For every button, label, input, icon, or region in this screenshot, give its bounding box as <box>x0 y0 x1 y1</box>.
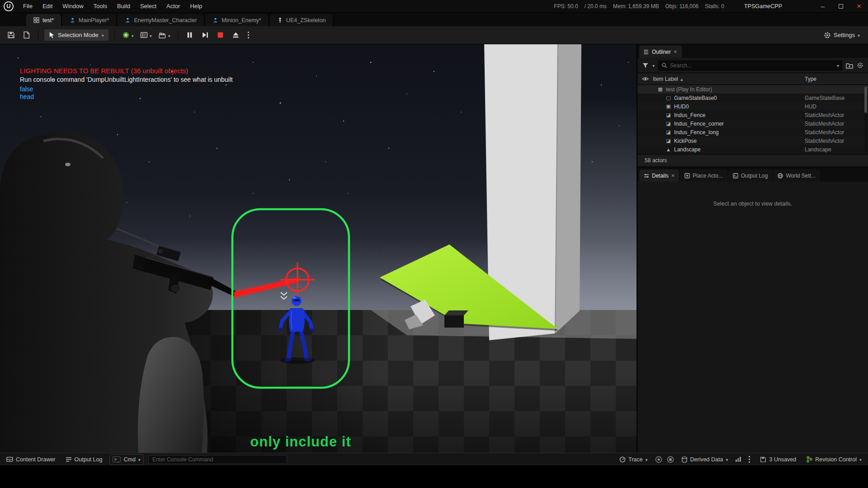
gamestate-icon <box>665 95 671 101</box>
tab-label: test* <box>42 17 54 23</box>
outliner-settings-gear-icon[interactable] <box>857 62 863 69</box>
outliner-scrollbar[interactable] <box>864 87 867 152</box>
outliner-row[interactable]: Indus_Fence StaticMeshActor <box>637 111 868 119</box>
close-icon[interactable] <box>671 172 675 179</box>
eye-icon[interactable] <box>642 76 649 81</box>
stop-button[interactable] <box>214 29 227 42</box>
screenshot-icon[interactable] <box>667 456 674 463</box>
ms-stat: / 20.0 ms <box>585 3 607 9</box>
outliner-row[interactable]: KickPose StaticMeshActor <box>637 136 868 145</box>
save-button[interactable] <box>5 29 17 42</box>
viewport-settings-button[interactable]: Settings <box>820 32 863 39</box>
performance-chart-icon[interactable] <box>735 456 741 462</box>
add-actor-button[interactable] <box>120 29 136 42</box>
outliner-tree[interactable]: test (Play In Editor) GameStateBase0 Gam… <box>637 85 868 154</box>
outliner-toolbar <box>637 58 868 73</box>
trace-dropdown[interactable]: Trace <box>617 454 651 465</box>
content-drawer-icon <box>6 456 13 462</box>
chevron-down-icon[interactable] <box>837 62 839 69</box>
menu-tools[interactable]: Tools <box>89 0 112 13</box>
revision-control-branch-icon <box>806 456 812 463</box>
tab-place-actors[interactable]: Place Acto... <box>680 169 727 182</box>
selection-mode-dropdown[interactable]: Selection Mode <box>44 29 109 41</box>
details-tab-label: Details <box>652 173 669 179</box>
hud-icon <box>665 103 671 109</box>
chevron-down-icon <box>150 31 152 39</box>
outliner-row[interactable]: Indus_Fence_long StaticMeshActor <box>637 128 868 136</box>
cinematics-button[interactable] <box>156 29 172 42</box>
menu-bar: U File Edit Window Tools Build Select Ac… <box>0 0 868 13</box>
unreal-logo-icon[interactable]: U <box>4 1 14 11</box>
outliner-row[interactable]: HUD0 HUD <box>637 102 868 111</box>
browse-content-button[interactable] <box>20 29 33 42</box>
outliner-row-world[interactable]: test (Play In Editor) <box>637 85 868 94</box>
trace-icon <box>619 456 626 463</box>
tab-test-level[interactable]: test* <box>26 14 61 26</box>
outliner-row[interactable]: Landscape Landscape <box>637 145 868 154</box>
project-name: TPSGameCPP <box>744 3 782 9</box>
unreal-editor-window: U File Edit Window Tools Build Select Ac… <box>0 0 868 488</box>
landscape-icon <box>665 147 671 152</box>
blueprint-character-icon <box>212 17 218 23</box>
eject-button[interactable] <box>230 29 242 42</box>
pause-button[interactable] <box>184 29 196 42</box>
menu-build[interactable]: Build <box>112 0 135 13</box>
tab-output-log[interactable]: Output Log <box>728 169 772 182</box>
fps-stat: FPS: 50.0 <box>554 3 578 9</box>
output-log-button[interactable]: Output Log <box>63 454 105 465</box>
frame-skip-button[interactable] <box>199 29 212 42</box>
level-viewport[interactable]: LIGHTING NEEDS TO BE REBUILT (36 unbuilt… <box>0 44 637 453</box>
tab-mainplayer[interactable]: MainPlayer* <box>62 14 117 26</box>
minimize-button[interactable]: – <box>814 0 832 13</box>
tab-enemymaster[interactable]: EnemyMaster_Character <box>118 14 204 26</box>
tab-world-settings[interactable]: World Sett... <box>773 169 820 182</box>
maximize-icon <box>839 4 843 9</box>
tab-minion-enemy[interactable]: Minion_Enemy* <box>205 14 269 26</box>
cmd-dropdown[interactable]: >_ Cmd <box>109 454 143 465</box>
column-type[interactable]: Type <box>805 76 868 82</box>
filter-icon[interactable] <box>642 62 649 69</box>
staticmesh-icon <box>665 121 671 127</box>
close-icon[interactable] <box>674 48 677 55</box>
menu-edit[interactable]: Edit <box>38 0 57 13</box>
blueprints-button[interactable] <box>138 29 154 42</box>
statusbar-kebab-icon[interactable] <box>746 456 753 463</box>
details-panel-body: Select an object to view details. <box>637 182 868 453</box>
details-empty-message: Select an object to view details. <box>637 201 868 207</box>
play-options-kebab-icon[interactable] <box>245 32 252 38</box>
menu-select[interactable]: Select <box>135 0 161 13</box>
maximize-button[interactable] <box>832 0 850 13</box>
tab-details[interactable]: Details <box>639 169 679 182</box>
tab-ue4-zskeleton[interactable]: UE4_ZSkeleton <box>270 14 334 26</box>
search-input[interactable] <box>670 62 834 69</box>
outliner-search-box[interactable] <box>658 61 842 70</box>
new-folder-icon[interactable] <box>846 62 853 69</box>
chevron-down-icon <box>102 32 104 38</box>
viewport-3d-scene <box>0 44 637 453</box>
chevron-down-icon[interactable] <box>652 62 655 69</box>
revision-control-button[interactable]: Revision Control <box>803 454 864 465</box>
close-button[interactable]: × <box>850 0 868 13</box>
insights-session-icon[interactable] <box>655 456 662 463</box>
content-drawer-button[interactable]: Content Drawer <box>4 454 58 465</box>
console-command-input[interactable] <box>148 455 287 464</box>
menu-file[interactable]: File <box>18 0 38 13</box>
derived-data-dropdown[interactable]: Derived Data <box>679 454 731 465</box>
tab-label: MainPlayer* <box>79 17 109 23</box>
menu-actor[interactable]: Actor <box>161 0 185 13</box>
menu-window[interactable]: Window <box>57 0 88 13</box>
cursor-icon <box>49 32 55 38</box>
column-item-label[interactable]: Item Label ▲ <box>653 76 805 82</box>
tab-outliner[interactable]: Outliner <box>639 46 682 58</box>
menu-help[interactable]: Help <box>185 0 207 13</box>
objs-stat: Objs: 116,006 <box>665 3 698 9</box>
chevron-down-icon <box>645 456 647 463</box>
chevron-down-icon <box>726 456 728 463</box>
derived-data-label: Derived Data <box>690 456 723 463</box>
outliner-row[interactable]: Indus_Fence_corner StaticMeshActor <box>637 119 868 128</box>
unsaved-button[interactable]: 3 Unsaved <box>757 454 799 465</box>
outliner-icon <box>644 49 649 55</box>
outliner-row[interactable]: GameStateBase0 GameStateBase <box>637 94 868 102</box>
world-settings-icon <box>778 173 783 178</box>
level-icon <box>657 86 663 92</box>
